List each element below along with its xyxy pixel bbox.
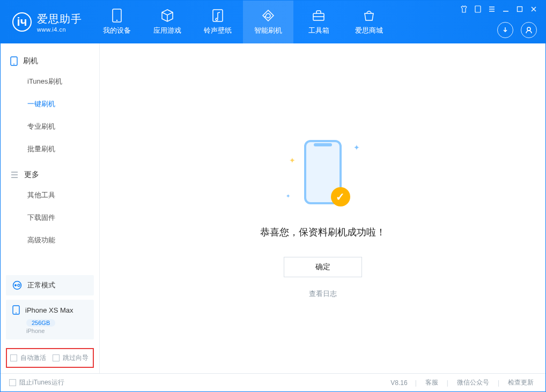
sparkle-icon: ✦ [286,193,290,199]
checkbox-icon [10,354,17,361]
svg-rect-5 [518,7,522,12]
sidebar-item-onekey-flash[interactable]: 一键刷机 [1,93,99,115]
tab-label: 铃声壁纸 [204,26,232,35]
phone-outline-icon [10,56,18,66]
tab-toolbox[interactable]: 工具箱 [293,1,344,43]
sidebar-item-download-firmware[interactable]: 下载固件 [1,206,99,229]
main-content: ✦ ✦ ✦ ✓ 恭喜您，保资料刷机成功啦！ 确定 查看日志 [100,43,545,373]
tab-label: 爱思商城 [355,26,383,35]
checkbox-label: 自动激活 [20,353,46,363]
svg-point-11 [18,284,20,286]
close-icon[interactable] [529,5,538,13]
sidebar: 刷机 iTunes刷机 一键刷机 专业刷机 批量刷机 更多 其他工具 下载固件 … [1,43,100,373]
device-icon [12,305,20,315]
device-name-label: iPhone XS Max [25,306,73,314]
device-card[interactable]: iPhone XS Max 256GB iPhone [6,300,94,339]
version-label: V8.16 [390,379,407,387]
feedback-icon[interactable] [474,5,482,13]
checkbox-skip-guide[interactable]: 跳过向导 [53,353,88,363]
tab-my-device[interactable]: 我的设备 [92,1,142,43]
mode-label: 正常模式 [27,280,55,290]
footer-link-wechat[interactable]: 微信公众号 [454,378,492,387]
download-button[interactable] [497,22,513,38]
list-icon [10,171,19,179]
sidebar-item-itunes-flash[interactable]: iTunes刷机 [1,70,99,93]
footer-links: | 客服 | 微信公众号 | 检查更新 [415,378,537,387]
logo-icon: iч [12,12,32,32]
checkbox-icon [9,379,16,386]
sidebar-section-title: 刷机 [23,56,38,66]
success-illustration: ✦ ✦ ✦ ✓ [299,140,347,210]
tab-apps-games[interactable]: 应用游戏 [142,1,193,43]
tab-label: 工具箱 [308,26,329,35]
sparkle-icon: ✦ [289,156,296,165]
checkbox-auto-activate[interactable]: 自动激活 [10,353,46,363]
music-icon [211,9,225,23]
checkbox-label: 阻止iTunes运行 [19,378,64,387]
maximize-icon[interactable] [515,5,524,13]
tab-label: 智能刷机 [254,26,282,35]
device-mode[interactable]: 正常模式 [6,275,94,295]
sidebar-item-batch-flash[interactable]: 批量刷机 [1,138,99,160]
toolbox-icon [312,9,326,23]
svg-point-10 [14,284,17,286]
sidebar-item-other-tools[interactable]: 其他工具 [1,184,99,206]
cube-icon [160,9,174,23]
svg-point-8 [13,64,14,65]
footer-link-support[interactable]: 客服 [422,378,441,387]
checkbox-stop-itunes[interactable]: 阻止iTunes运行 [9,378,64,387]
sidebar-section-flash: 刷机 [1,53,99,70]
view-log-link[interactable]: 查看日志 [309,289,337,299]
sparkle-icon: ✦ [353,143,360,152]
app-domain: www.i4.cn [37,26,82,33]
footer-link-update[interactable]: 检查更新 [505,378,537,387]
menu-icon[interactable] [488,5,496,13]
sidebar-item-pro-flash[interactable]: 专业刷机 [1,115,99,138]
sidebar-item-advanced[interactable]: 高级功能 [1,229,99,252]
sidebar-section-title: 更多 [24,170,39,180]
tab-smart-flash[interactable]: 智能刷机 [243,1,293,43]
tab-store[interactable]: 爱思商城 [344,1,394,43]
title-bar: iч 爱思助手 www.i4.cn 我的设备 应用游戏 铃声壁纸 智能刷机 工具… [1,1,545,43]
logo: iч 爱思助手 www.i4.cn [1,12,92,33]
footer: 阻止iTunes运行 V8.16 | 客服 | 微信公众号 | 检查更新 [1,373,545,391]
checkbox-label: 跳过向导 [63,353,88,363]
app-name: 爱思助手 [37,12,82,26]
skin-icon[interactable] [460,5,468,13]
svg-point-13 [16,313,17,314]
tab-label: 我的设备 [103,26,131,35]
success-message: 恭喜您，保资料刷机成功啦！ [260,226,386,239]
mode-icon [12,280,22,290]
device-type: iPhone [26,328,87,334]
refresh-icon [261,9,275,23]
tab-label: 应用游戏 [153,26,181,35]
header-actions [497,22,537,38]
svg-rect-4 [475,6,481,12]
user-button[interactable] [521,22,537,38]
phone-icon [110,9,124,23]
svg-point-6 [527,27,530,31]
checkbox-icon [53,354,60,361]
check-badge-icon: ✓ [331,187,350,206]
confirm-button[interactable]: 确定 [284,257,362,277]
body: 刷机 iTunes刷机 一键刷机 专业刷机 批量刷机 更多 其他工具 下载固件 … [1,43,545,373]
store-icon [362,9,376,23]
activation-options: 自动激活 跳过向导 [6,348,94,368]
nav-tabs: 我的设备 应用游戏 铃声壁纸 智能刷机 工具箱 爱思商城 [92,1,394,43]
window-controls [460,5,538,13]
minimize-icon[interactable] [501,5,510,13]
sidebar-section-more: 更多 [1,167,99,184]
device-storage: 256GB [26,319,55,327]
tab-ringtones-wallpapers[interactable]: 铃声壁纸 [193,1,243,43]
svg-point-1 [116,20,117,21]
